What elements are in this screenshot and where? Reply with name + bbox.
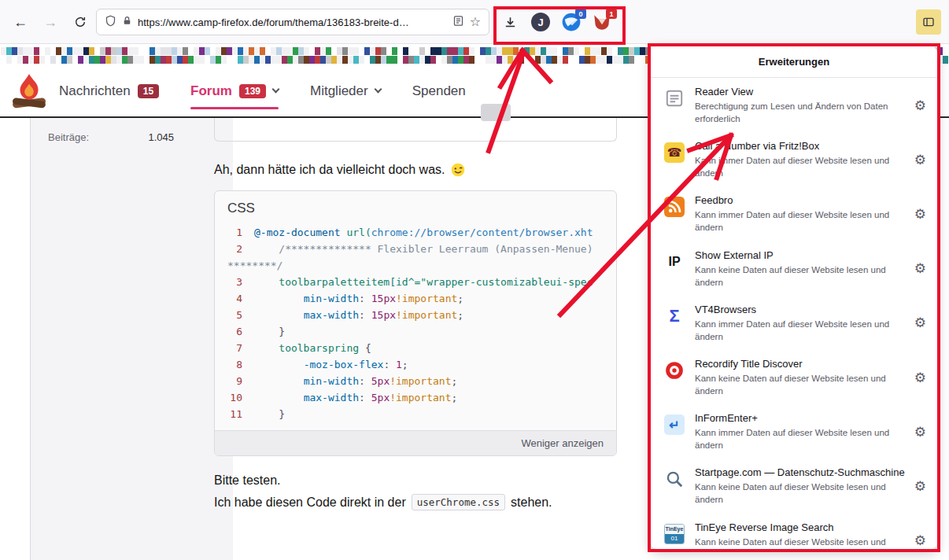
extension-settings-gear-icon[interactable]: ⚙ [914,206,926,223]
redacted-bookmark-pixel [144,47,150,55]
account-avatar-button[interactable]: J [529,10,552,34]
extension-settings-gear-icon[interactable]: ⚙ [914,152,926,168]
redacted-bookmark-pixel [937,47,943,55]
back-button[interactable]: ← [8,9,33,35]
site-logo[interactable] [11,72,47,113]
redacted-bookmark-pixel [221,56,227,64]
extension-row[interactable]: TinEye01TinEye Reverse Image SearchKann … [651,514,937,550]
extension-row[interactable]: IPShow External IPKann keine Daten auf d… [651,241,937,296]
line-number: 1 [227,224,254,241]
bookmark-star-icon[interactable]: ☆ [470,16,481,28]
extension-settings-gear-icon[interactable]: ⚙ [914,315,926,331]
redacted-bookmark-pixel [458,56,463,64]
extension-name: VT4Browsers [695,304,905,315]
redacted-bookmark-pixel [287,47,293,55]
redacted-bookmark-pixel [293,56,298,64]
redacted-bookmark-pixel [34,47,39,55]
redacted-bookmark-pixel [45,47,50,55]
extension-name: Call a Number via Fritz!Box [695,140,905,152]
redacted-bookmark-pixel [50,47,56,55]
sidebar-toggle-button[interactable] [916,9,941,35]
redacted-bookmark-pixel [425,47,430,55]
extension-row[interactable]: FeedbroKann immer Daten auf dieser Websi… [651,186,937,241]
tracking-protection-shield-icon[interactable] [105,15,116,30]
redacted-bookmark-pixel [56,47,61,55]
redacted-bookmark-pixel [243,56,249,64]
extension-row[interactable]: Recordify Title DiscoverKann keine Daten… [651,350,937,404]
redacted-bookmark-pixel [298,56,304,64]
redacted-bookmark-pixel [155,47,161,55]
extension-row[interactable]: ☎Call a Number via Fritz!BoxKann immer D… [651,132,937,186]
nav-item-forum[interactable]: Forum 139 [190,66,279,116]
redacted-bookmark-pixel [276,56,282,64]
nav-item-spenden[interactable]: Spenden [412,66,466,116]
forum-count-badge: 139 [239,84,266,98]
code-lines: 1@-moz-document url(chrome://browser/con… [215,219,616,430]
nav-item-nachrichten[interactable]: Nachrichten 15 [59,66,159,116]
extension-row[interactable]: ΣVT4BrowsersKann immer Daten auf dieser … [651,296,937,350]
extension-permission-description: Berechtigung zum Lesen und Ändern von Da… [695,100,893,125]
url-bar[interactable]: https://www.camp-firefox.de/forum/thema/… [96,9,489,35]
extension-row[interactable]: Reader ViewBerechtigung zum Lesen und Än… [651,78,937,132]
redacted-bookmark-pixel [6,56,12,64]
redacted-bookmark-pixel [414,47,419,55]
extension-settings-gear-icon[interactable]: ⚙ [914,532,926,549]
extension-settings-gear-icon[interactable]: ⚙ [914,370,926,386]
tineye-icon: TinEye01 [663,523,685,545]
redacted-bookmark-pixel [530,47,535,55]
extension-settings-gear-icon[interactable]: ⚙ [914,424,926,440]
extension-toolbar-button-fox[interactable]: 1 [590,10,614,34]
campfire-flame-icon [11,72,47,110]
lock-icon[interactable] [122,15,132,29]
extension-permission-description: Kann keine Daten auf dieser Website lese… [695,263,893,289]
redacted-bookmark-pixel [513,56,519,64]
redacted-bookmark-pixel [188,47,194,55]
reader-mode-icon[interactable] [452,15,464,30]
redacted-bookmark-pixel [127,47,133,55]
redacted-bookmark-pixel [508,47,513,55]
extension-settings-gear-icon[interactable]: ⚙ [914,98,926,114]
post-paragraph: Ah, dann hätte ich da vielleicht doch wa… [214,162,617,178]
redacted-bookmark-pixel [155,56,161,64]
extension-row[interactable]: ↵InFormEnter+Kann immer Daten auf dieser… [651,404,937,459]
redacted-bookmark-pixel [491,56,497,64]
redacted-bookmark-pixel [353,56,359,64]
post-author-cell: Beiträge: 1.045 [30,118,233,560]
redacted-bookmark-pixel [78,47,83,55]
redacted-bookmark-pixel [364,56,370,64]
redacted-bookmark-pixel [161,47,166,55]
redacted-bookmark-pixel [183,56,188,64]
redacted-bookmark-pixel [50,56,56,64]
redacted-bookmark-pixel [1,56,6,64]
extension-permission-description: Kann immer Daten auf dieser Website lese… [695,154,893,179]
download-icon [504,16,517,29]
downloads-button[interactable] [498,10,522,34]
redacted-bookmark-pixel [557,56,563,64]
show-less-link[interactable]: Weniger anzeigen [521,437,604,449]
extension-settings-gear-icon[interactable]: ⚙ [914,478,926,495]
redacted-bookmark-pixel [552,47,557,55]
redacted-bookmark-pixel [39,47,45,55]
redacted-bookmark-pixel [89,56,94,64]
redacted-bookmark-pixel [249,56,254,64]
nav-item-mitglieder[interactable]: Mitglieder [310,66,381,116]
extension-settings-gear-icon[interactable]: ⚙ [914,260,926,277]
redacted-bookmark-pixel [116,47,122,55]
extension-toolbar-button-bird[interactable]: 0 [559,10,583,34]
redacted-bookmark-pixel [607,56,612,64]
redacted-bookmark-pixel [238,56,243,64]
screen: ← → https://www.camp-firefox.de/forum/th… [0,0,949,560]
reload-button[interactable] [68,9,93,35]
redacted-bookmark-pixel [563,56,568,64]
redacted-bookmark-pixel [640,56,645,64]
reload-icon [74,16,87,28]
redacted-bookmark-pixel [72,47,78,55]
forward-button[interactable]: → [38,9,63,35]
quote-expand-button[interactable] [481,104,511,121]
extension-permission-description: Kann immer Daten auf dieser Website lese… [695,318,893,343]
url-text[interactable]: https://www.camp-firefox.de/forum/thema/… [138,17,447,28]
redacted-bookmark-pixel [546,56,552,64]
extension-row[interactable]: Startpage.com — Datenschutz-Suchmaschine… [651,459,937,513]
redacted-bookmark-pixel [645,56,651,64]
redacted-bookmark-pixel [172,47,177,55]
